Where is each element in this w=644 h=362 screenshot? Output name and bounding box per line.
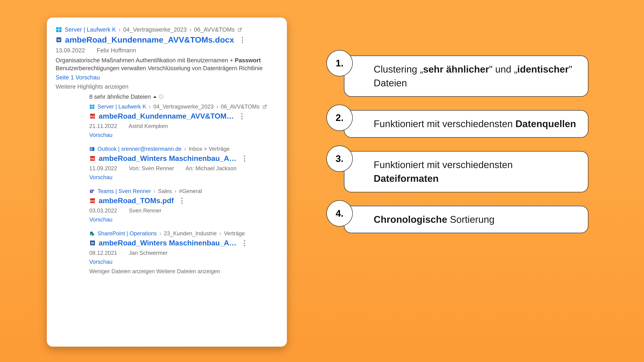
result-meta: 21.11.2022 Astrid Kempken [89, 123, 278, 129]
breadcrumb: Outlook | srenner@restermann.de › Inbox … [89, 146, 278, 152]
callout-text: Chronologische Sortierung [344, 206, 588, 233]
outlook-icon [89, 146, 95, 152]
result-author: Felix Hoffmann [97, 47, 136, 53]
callout-text: Clustering „sehr ähnlicher" und „identis… [344, 55, 588, 97]
result-title[interactable]: ambeRoad_Winters Maschinenbau_A… [99, 154, 236, 163]
show-more-link[interactable]: Weitere Dateien anzeigen [156, 268, 220, 274]
open-external-icon[interactable] [262, 104, 268, 109]
result-author: Astrid Kempken [129, 123, 168, 129]
pdf-icon [89, 113, 96, 119]
windows-icon [89, 104, 95, 110]
word-icon [56, 36, 62, 43]
kebab-menu-icon[interactable]: ⋮ [237, 112, 247, 120]
callout-number: 2. [326, 105, 353, 131]
result-date: 13.09.2022 [56, 47, 85, 53]
breadcrumb-segment[interactable]: 06_AVV&TOMs [221, 104, 260, 110]
callout-number: 4. [326, 200, 353, 227]
chevron-icon: › [119, 26, 120, 33]
search-result-card: Server | Laufwerk K › 04_Vertragswerke_2… [47, 17, 287, 347]
callout-item: 1. Clustering „sehr ähnlicher" und „iden… [331, 55, 588, 97]
word-icon [89, 240, 96, 246]
breadcrumb-source[interactable]: SharePoint | Operations [98, 230, 157, 237]
info-icon[interactable]: i [159, 95, 163, 99]
caret-up-icon [153, 96, 156, 98]
cluster-count-label: 8 sehr ähnliche Dateien [89, 93, 151, 100]
breadcrumb-segment[interactable]: #General [179, 188, 202, 194]
pdf-icon [89, 155, 96, 162]
kebab-menu-icon[interactable]: ⋮ [177, 197, 187, 205]
result-title-row: ambeRoad_Winters Maschinenbau_A… ⋮ [89, 154, 278, 163]
open-external-icon[interactable] [237, 27, 242, 32]
result-title-row: ambeRoad_Winters Maschinenbau_A… ⋮ [89, 239, 278, 247]
result-snippet: Organisatorische Maßnahmen Authentifikat… [56, 56, 278, 72]
similar-files-list: Server | Laufwerk K › 04_Vertragswerke_2… [89, 104, 278, 265]
callout-text: Funktioniert mit verschiedensten Datenqu… [344, 110, 588, 138]
feature-callouts: 1. Clustering „sehr ähnlicher" und „iden… [331, 55, 588, 247]
breadcrumb: Server | Laufwerk K › 04_Vertragswerke_2… [89, 104, 278, 110]
similar-file-item: Outlook | srenner@restermann.de › Inbox … [89, 146, 278, 180]
preview-link[interactable]: Vorschau [89, 216, 278, 223]
callout-item: 4. Chronologische Sortierung [331, 206, 588, 233]
result-meta: 03.03.2022 Sven Renner [89, 208, 278, 214]
breadcrumb: SharePoint | Operations › 23_Kunden_Indu… [89, 230, 278, 237]
breadcrumb-segment[interactable]: 23_Kunden_Industrie [164, 230, 217, 237]
preview-link[interactable]: Vorschau [89, 174, 278, 180]
teams-icon [89, 189, 95, 194]
result-from: Von: Sven Renner [129, 165, 174, 171]
similar-file-item: Server | Laufwerk K › 04_Vertragswerke_2… [89, 104, 278, 138]
result-meta: 08.12.2021 Jan Schwermer [89, 250, 278, 256]
kebab-menu-icon[interactable]: ⋮ [239, 154, 250, 162]
windows-icon [56, 26, 62, 33]
breadcrumb-segment[interactable]: Sales [158, 188, 172, 194]
result-title[interactable]: ambeRoad_Kundenname_AVV&TOMs.docx [65, 35, 234, 44]
kebab-menu-icon[interactable]: ⋮ [237, 36, 248, 44]
result-author: Sven Renner [129, 208, 162, 214]
callout-number: 3. [326, 146, 353, 172]
result-date: 03.03.2022 [89, 208, 117, 214]
pdf-icon [89, 197, 96, 204]
callout-text: Funktioniert mit verschiedensten Dateifo… [344, 151, 588, 192]
result-title-row: ambeRoad_Kundenname_AVV&TOM… ⋮ [89, 112, 278, 120]
result-title-row: ambeRoad_TOMs.pdf ⋮ [89, 196, 278, 205]
result-title[interactable]: ambeRoad_Kundenname_AVV&TOM… [99, 112, 234, 120]
show-fewer-link[interactable]: Weniger Dateien anzeigen [89, 268, 155, 274]
breadcrumb-source[interactable]: Outlook | srenner@restermann.de [98, 146, 182, 152]
result-date: 11.09.2022 [89, 165, 117, 171]
result-meta: 13.09.2022 Felix Hoffmann [56, 47, 278, 54]
similar-file-item: SharePoint | Operations › 23_Kunden_Indu… [89, 230, 278, 265]
cluster-header[interactable]: 8 sehr ähnliche Dateien i [89, 93, 278, 100]
breadcrumb-source[interactable]: Server | Laufwerk K [98, 104, 146, 110]
result-date: 08.12.2021 [89, 250, 117, 256]
cluster-footer-actions: Weniger Dateien anzeigen Weitere Dateien… [89, 268, 278, 275]
callout-number: 1. [326, 50, 353, 76]
result-author: Jan Schwermer [129, 250, 168, 256]
chevron-icon: › [190, 26, 191, 33]
preview-link[interactable]: Vorschau [89, 259, 278, 265]
result-title-row: ambeRoad_Kundenname_AVV&TOMs.docx ⋮ [56, 35, 278, 44]
callout-item: 2. Funktioniert mit verschiedensten Date… [331, 110, 588, 138]
breadcrumb: Teams | Sven Renner › Sales › #General [89, 188, 278, 194]
result-title[interactable]: ambeRoad_TOMs.pdf [99, 196, 174, 205]
kebab-menu-icon[interactable]: ⋮ [239, 239, 250, 247]
breadcrumb-segment[interactable]: Inbox > Verträge [189, 146, 230, 152]
breadcrumb-source[interactable]: Teams | Sven Renner [98, 188, 151, 194]
more-highlights-link[interactable]: Weitere Highlights anzeigen [56, 83, 278, 90]
sharepoint-icon [89, 231, 95, 236]
result-to: An: Michael Jackson [186, 165, 237, 171]
similar-file-item: Teams | Sven Renner › Sales › #General a… [89, 188, 278, 223]
breadcrumb: Server | Laufwerk K › 04_Vertragswerke_2… [56, 26, 278, 33]
breadcrumb-segment[interactable]: 04_Vertragswerke_2023 [123, 26, 187, 33]
preview-link[interactable]: Vorschau [89, 132, 278, 138]
result-meta: 11.09.2022 Von: Sven Renner An: Michael … [89, 165, 278, 172]
result-title[interactable]: ambeRoad_Winters Maschinenbau_A… [99, 239, 236, 247]
result-date: 21.11.2022 [89, 123, 117, 129]
breadcrumb-source[interactable]: Server | Laufwerk K [65, 26, 116, 33]
breadcrumb-segment[interactable]: Verträge [224, 230, 245, 237]
callout-item: 3. Funktioniert mit verschiedensten Date… [331, 151, 588, 192]
breadcrumb-segment[interactable]: 06_AVV&TOMs [194, 26, 235, 33]
breadcrumb-segment[interactable]: 04_Vertragswerke_2023 [154, 104, 214, 110]
page-preview-link[interactable]: Seite 1 Vorschau [56, 74, 278, 81]
